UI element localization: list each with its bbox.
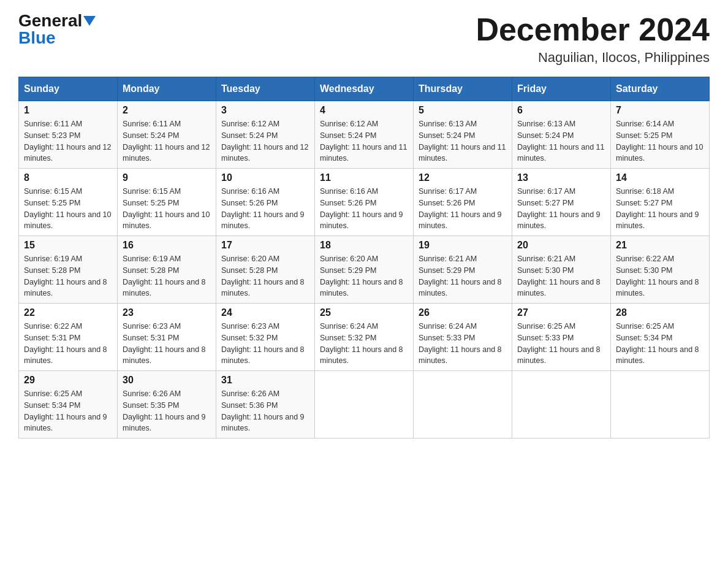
logo-general-text: General [18, 12, 82, 29]
page-header: General Blue December 2024 Naguilian, Il… [18, 12, 710, 66]
calendar-cell: 2Sunrise: 6:11 AMSunset: 5:24 PMDaylight… [118, 101, 216, 169]
day-number: 5 [419, 105, 507, 116]
day-number: 28 [616, 307, 704, 318]
calendar-cell: 13Sunrise: 6:17 AMSunset: 5:27 PMDayligh… [512, 169, 611, 236]
day-number: 10 [221, 172, 309, 183]
day-info: Sunrise: 6:18 AMSunset: 5:27 PMDaylight:… [616, 186, 704, 232]
day-info: Sunrise: 6:14 AMSunset: 5:25 PMDaylight:… [616, 118, 704, 164]
day-number: 8 [24, 172, 112, 183]
day-info: Sunrise: 6:19 AMSunset: 5:28 PMDaylight:… [123, 253, 211, 299]
calendar-week-row: 8Sunrise: 6:15 AMSunset: 5:25 PMDaylight… [19, 169, 710, 236]
day-number: 14 [616, 172, 704, 183]
day-number: 24 [221, 307, 309, 318]
day-info: Sunrise: 6:12 AMSunset: 5:24 PMDaylight:… [221, 118, 309, 164]
day-number: 11 [320, 172, 408, 183]
day-number: 2 [123, 105, 211, 116]
calendar-cell: 5Sunrise: 6:13 AMSunset: 5:24 PMDaylight… [414, 101, 512, 169]
calendar-week-row: 22Sunrise: 6:22 AMSunset: 5:31 PMDayligh… [19, 304, 710, 371]
day-info: Sunrise: 6:22 AMSunset: 5:31 PMDaylight:… [24, 321, 112, 367]
day-number: 22 [24, 307, 112, 318]
calendar-cell: 3Sunrise: 6:12 AMSunset: 5:24 PMDaylight… [216, 101, 315, 169]
day-info: Sunrise: 6:11 AMSunset: 5:24 PMDaylight:… [123, 118, 211, 164]
calendar-cell: 1Sunrise: 6:11 AMSunset: 5:23 PMDaylight… [19, 101, 118, 169]
day-number: 31 [221, 375, 309, 386]
calendar-cell [512, 371, 611, 439]
day-info: Sunrise: 6:26 AMSunset: 5:35 PMDaylight:… [123, 388, 211, 434]
month-year-title: December 2024 [476, 12, 710, 47]
day-info: Sunrise: 6:25 AMSunset: 5:34 PMDaylight:… [616, 321, 704, 367]
day-number: 13 [517, 172, 605, 183]
calendar-cell: 30Sunrise: 6:26 AMSunset: 5:35 PMDayligh… [118, 371, 216, 439]
day-info: Sunrise: 6:25 AMSunset: 5:33 PMDaylight:… [517, 321, 605, 367]
day-number: 29 [24, 375, 112, 386]
day-number: 15 [24, 240, 112, 251]
day-info: Sunrise: 6:20 AMSunset: 5:29 PMDaylight:… [320, 253, 408, 299]
day-info: Sunrise: 6:23 AMSunset: 5:31 PMDaylight:… [123, 321, 211, 367]
calendar-cell [611, 371, 710, 439]
day-info: Sunrise: 6:25 AMSunset: 5:34 PMDaylight:… [24, 388, 112, 434]
day-info: Sunrise: 6:21 AMSunset: 5:30 PMDaylight:… [517, 253, 605, 299]
day-info: Sunrise: 6:20 AMSunset: 5:28 PMDaylight:… [221, 253, 309, 299]
calendar-cell [414, 371, 512, 439]
calendar-header-row: SundayMondayTuesdayWednesdayThursdayFrid… [19, 77, 710, 101]
day-number: 7 [616, 105, 704, 116]
calendar-cell: 24Sunrise: 6:23 AMSunset: 5:32 PMDayligh… [216, 304, 315, 371]
day-info: Sunrise: 6:22 AMSunset: 5:30 PMDaylight:… [616, 253, 704, 299]
calendar-cell: 16Sunrise: 6:19 AMSunset: 5:28 PMDayligh… [118, 236, 216, 304]
calendar-cell: 23Sunrise: 6:23 AMSunset: 5:31 PMDayligh… [118, 304, 216, 371]
calendar-week-row: 29Sunrise: 6:25 AMSunset: 5:34 PMDayligh… [19, 371, 710, 439]
calendar-cell: 25Sunrise: 6:24 AMSunset: 5:32 PMDayligh… [315, 304, 414, 371]
header-thursday: Thursday [414, 77, 512, 101]
calendar-cell: 20Sunrise: 6:21 AMSunset: 5:30 PMDayligh… [512, 236, 611, 304]
day-number: 23 [123, 307, 211, 318]
calendar-cell [315, 371, 414, 439]
logo: General Blue [18, 12, 96, 47]
header-friday: Friday [512, 77, 611, 101]
calendar-cell: 26Sunrise: 6:24 AMSunset: 5:33 PMDayligh… [414, 304, 512, 371]
calendar-cell: 18Sunrise: 6:20 AMSunset: 5:29 PMDayligh… [315, 236, 414, 304]
day-number: 1 [24, 105, 112, 116]
day-number: 26 [419, 307, 507, 318]
day-number: 21 [616, 240, 704, 251]
day-info: Sunrise: 6:26 AMSunset: 5:36 PMDaylight:… [221, 388, 309, 434]
day-info: Sunrise: 6:19 AMSunset: 5:28 PMDaylight:… [24, 253, 112, 299]
day-number: 27 [517, 307, 605, 318]
day-info: Sunrise: 6:13 AMSunset: 5:24 PMDaylight:… [419, 118, 507, 164]
day-info: Sunrise: 6:17 AMSunset: 5:27 PMDaylight:… [517, 186, 605, 232]
day-info: Sunrise: 6:16 AMSunset: 5:26 PMDaylight:… [320, 186, 408, 232]
day-number: 30 [123, 375, 211, 386]
logo-blue-text: Blue [18, 28, 56, 47]
day-number: 17 [221, 240, 309, 251]
day-number: 25 [320, 307, 408, 318]
calendar-cell: 4Sunrise: 6:12 AMSunset: 5:24 PMDaylight… [315, 101, 414, 169]
day-info: Sunrise: 6:15 AMSunset: 5:25 PMDaylight:… [24, 186, 112, 232]
day-number: 18 [320, 240, 408, 251]
day-info: Sunrise: 6:12 AMSunset: 5:24 PMDaylight:… [320, 118, 408, 164]
calendar-cell: 10Sunrise: 6:16 AMSunset: 5:26 PMDayligh… [216, 169, 315, 236]
calendar-cell: 28Sunrise: 6:25 AMSunset: 5:34 PMDayligh… [611, 304, 710, 371]
day-info: Sunrise: 6:24 AMSunset: 5:33 PMDaylight:… [419, 321, 507, 367]
calendar-table: SundayMondayTuesdayWednesdayThursdayFrid… [18, 77, 710, 439]
calendar-cell: 27Sunrise: 6:25 AMSunset: 5:33 PMDayligh… [512, 304, 611, 371]
header-saturday: Saturday [611, 77, 710, 101]
calendar-week-row: 1Sunrise: 6:11 AMSunset: 5:23 PMDaylight… [19, 101, 710, 169]
calendar-cell: 8Sunrise: 6:15 AMSunset: 5:25 PMDaylight… [19, 169, 118, 236]
calendar-cell: 11Sunrise: 6:16 AMSunset: 5:26 PMDayligh… [315, 169, 414, 236]
header-monday: Monday [118, 77, 216, 101]
day-number: 6 [517, 105, 605, 116]
day-number: 19 [419, 240, 507, 251]
calendar-cell: 6Sunrise: 6:13 AMSunset: 5:24 PMDaylight… [512, 101, 611, 169]
day-info: Sunrise: 6:21 AMSunset: 5:29 PMDaylight:… [419, 253, 507, 299]
calendar-cell: 19Sunrise: 6:21 AMSunset: 5:29 PMDayligh… [414, 236, 512, 304]
day-number: 3 [221, 105, 309, 116]
calendar-cell: 12Sunrise: 6:17 AMSunset: 5:26 PMDayligh… [414, 169, 512, 236]
calendar-cell: 14Sunrise: 6:18 AMSunset: 5:27 PMDayligh… [611, 169, 710, 236]
header-sunday: Sunday [19, 77, 118, 101]
calendar-cell: 31Sunrise: 6:26 AMSunset: 5:36 PMDayligh… [216, 371, 315, 439]
day-info: Sunrise: 6:17 AMSunset: 5:26 PMDaylight:… [419, 186, 507, 232]
calendar-cell: 7Sunrise: 6:14 AMSunset: 5:25 PMDaylight… [611, 101, 710, 169]
day-number: 12 [419, 172, 507, 183]
day-number: 16 [123, 240, 211, 251]
day-info: Sunrise: 6:11 AMSunset: 5:23 PMDaylight:… [24, 118, 112, 164]
header-tuesday: Tuesday [216, 77, 315, 101]
